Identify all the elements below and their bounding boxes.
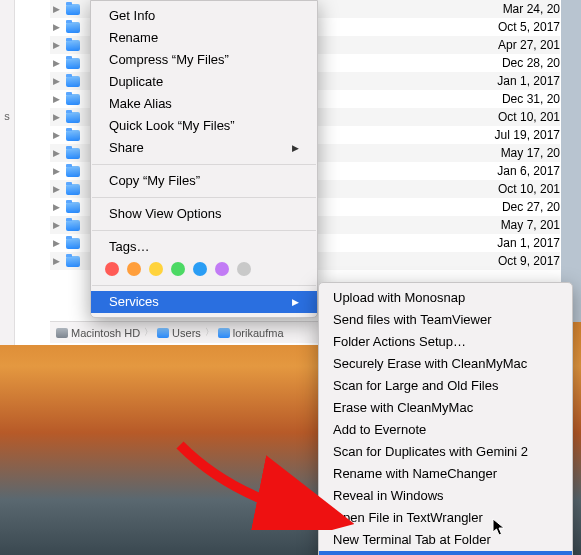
services-menu-item[interactable]: Scan for Duplicates with Gemini 2 [319,441,572,463]
path-item[interactable]: Macintosh HD [56,327,140,339]
menu-item-rename[interactable]: Rename [91,27,317,49]
services-menu-item[interactable]: Reveal in Windows [319,485,572,507]
disclosure-triangle-icon[interactable]: ▶ [50,144,62,162]
folder-icon [66,148,80,159]
context-menu: Get Info Rename Compress “My Files” Dupl… [90,0,318,318]
tag-color-red[interactable] [105,262,119,276]
menu-label: Quick Look “My Files” [109,117,235,135]
menu-label: Duplicate [109,73,163,91]
folder-icon [66,256,80,267]
disclosure-triangle-icon[interactable]: ▶ [50,0,62,18]
folder-icon [66,220,80,231]
disclosure-triangle-icon[interactable]: ▶ [50,54,62,72]
disclosure-triangle-icon[interactable]: ▶ [50,18,62,36]
disclosure-triangle-icon[interactable]: ▶ [50,198,62,216]
menu-label: Rename [109,29,158,47]
sidebar: s [0,0,15,345]
disclosure-triangle-icon[interactable]: ▶ [50,126,62,144]
services-menu-item[interactable]: Folder Actions Setup… [319,331,572,353]
tag-color-blue[interactable] [193,262,207,276]
date-cell: Jan 1, 2017 [497,234,560,252]
chevron-right-icon: 〉 [144,326,153,339]
menu-label: Share [109,139,144,157]
menu-item-quick-look[interactable]: Quick Look “My Files” [91,115,317,137]
date-cell: Jul 19, 2017 [495,126,560,144]
services-menu-item[interactable]: Add to Evernote [319,419,572,441]
menu-item-duplicate[interactable]: Duplicate [91,71,317,93]
menu-item-make-alias[interactable]: Make Alias [91,93,317,115]
menu-item-view-options[interactable]: Show View Options [91,203,317,225]
services-menu-item[interactable]: Open File in TextWrangler [319,507,572,529]
path-label: Macintosh HD [71,327,140,339]
services-menu-item[interactable]: Securely Erase with CleanMyMac [319,353,572,375]
folder-icon [66,4,80,15]
date-cell: Oct 9, 2017 [498,252,560,270]
sidebar-item-label[interactable]: s [4,110,10,122]
date-cell: Oct 10, 201 [498,108,560,126]
menu-label: Tags… [109,238,149,256]
tag-color-yellow[interactable] [149,262,163,276]
services-menu-item[interactable]: Rename with NameChanger [319,463,572,485]
date-cell: Apr 27, 201 [498,36,560,54]
menu-item-share[interactable]: Share [91,137,317,159]
folder-icon [66,166,80,177]
date-cell: Oct 5, 2017 [498,18,560,36]
menu-item-compress[interactable]: Compress “My Files” [91,49,317,71]
menu-label: Compress “My Files” [109,51,229,69]
services-menu-item[interactable]: Scan for Large and Old Files [319,375,572,397]
path-item[interactable]: Users [157,327,201,339]
folder-icon [66,58,80,69]
menu-item-copy[interactable]: Copy “My Files” [91,170,317,192]
disclosure-triangle-icon[interactable]: ▶ [50,162,62,180]
menu-label: Show View Options [109,205,222,223]
folder-icon [66,22,80,33]
menu-separator [92,197,316,198]
date-cell: Dec 28, 20 [502,54,560,72]
menu-separator [92,285,316,286]
disclosure-triangle-icon[interactable]: ▶ [50,234,62,252]
folder-icon [66,112,80,123]
services-menu-item[interactable]: New Terminal Tab at Folder [319,529,572,551]
menu-separator [92,230,316,231]
menu-item-get-info[interactable]: Get Info [91,5,317,27]
menu-item-tags[interactable]: Tags… [91,236,317,258]
date-cell: Jan 1, 2017 [497,72,560,90]
path-label: Users [172,327,201,339]
disclosure-triangle-icon[interactable]: ▶ [50,252,62,270]
menu-label: Services [109,293,159,311]
disclosure-triangle-icon[interactable]: ▶ [50,180,62,198]
tag-color-green[interactable] [171,262,185,276]
tag-color-gray[interactable] [237,262,251,276]
date-cell: Jan 6, 2017 [497,162,560,180]
folder-icon [66,40,80,51]
path-item[interactable]: lorikaufma [218,327,284,339]
folder-icon [66,202,80,213]
date-cell: May 17, 20 [501,144,560,162]
menu-label: Get Info [109,7,155,25]
date-cell: May 7, 201 [501,216,560,234]
chevron-right-icon: 〉 [205,326,214,339]
disclosure-triangle-icon[interactable]: ▶ [50,216,62,234]
disclosure-triangle-icon[interactable]: ▶ [50,108,62,126]
date-cell: Dec 31, 20 [502,90,560,108]
disclosure-triangle-icon[interactable]: ▶ [50,90,62,108]
services-submenu: Upload with MonosnapSend files with Team… [318,282,573,555]
services-menu-item[interactable]: Send files with TeamViewer [319,309,572,331]
date-cell: Oct 10, 201 [498,180,560,198]
disclosure-triangle-icon[interactable]: ▶ [50,72,62,90]
folder-icon [66,76,80,87]
path-label: lorikaufma [233,327,284,339]
services-menu-item[interactable]: Upload with Monosnap [319,287,572,309]
folder-icon [66,238,80,249]
menu-item-services[interactable]: Services [91,291,317,313]
menu-separator [92,164,316,165]
tag-color-purple[interactable] [215,262,229,276]
services-menu-item[interactable]: Erase with CleanMyMac [319,397,572,419]
date-cell: Mar 24, 20 [503,0,560,18]
disclosure-triangle-icon[interactable]: ▶ [50,36,62,54]
services-menu-item[interactable]: New Terminal at Folder [319,551,572,555]
folder-icon [218,328,230,338]
folder-icon [66,94,80,105]
tag-color-orange[interactable] [127,262,141,276]
menu-label: Copy “My Files” [109,172,200,190]
